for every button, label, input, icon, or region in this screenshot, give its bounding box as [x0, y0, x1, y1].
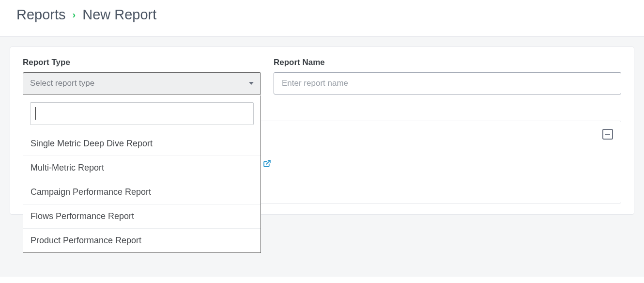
report-type-column: Report Type Select report type Single Me…: [23, 58, 261, 94]
form-row: Report Type Select report type Single Me…: [23, 58, 621, 94]
chevron-right-icon: ›: [73, 9, 76, 20]
dropdown-option[interactable]: Product Performance Report: [23, 228, 261, 252]
dropdown-option[interactable]: Flows Performance Report: [23, 204, 261, 228]
minus-icon: [605, 134, 610, 135]
report-type-select[interactable]: Select report type: [23, 72, 261, 94]
dropdown-search-input[interactable]: [30, 102, 254, 125]
dropdown-option[interactable]: Multi-Metric Report: [23, 156, 261, 180]
breadcrumb-current: New Report: [82, 7, 156, 23]
report-type-dropdown: Single Metric Deep Dive Report Multi-Met…: [23, 95, 261, 253]
report-name-input[interactable]: [274, 72, 621, 94]
text-cursor: [35, 107, 36, 120]
collapse-toggle[interactable]: [602, 129, 613, 140]
caret-down-icon: [249, 82, 254, 85]
report-name-label: Report Name: [274, 58, 621, 67]
dropdown-option[interactable]: Single Metric Deep Dive Report: [23, 132, 261, 156]
breadcrumb-root-link[interactable]: Reports: [16, 7, 66, 23]
svg-line-0: [266, 160, 270, 164]
dropdown-list: Single Metric Deep Dive Report Multi-Met…: [23, 132, 261, 252]
breadcrumb: Reports › New Report: [16, 7, 628, 23]
breadcrumb-bar: Reports › New Report: [0, 0, 644, 37]
dropdown-option[interactable]: Campaign Performance Report: [23, 180, 261, 204]
report-type-label: Report Type: [23, 58, 261, 67]
report-type-placeholder: Select report type: [30, 79, 94, 88]
external-link-icon: [263, 159, 271, 168]
report-form-card: Report Type Select report type Single Me…: [10, 47, 634, 215]
report-name-column: Report Name: [274, 58, 621, 94]
dropdown-search-wrap: [23, 95, 261, 132]
page-background: Report Type Select report type Single Me…: [0, 37, 644, 277]
